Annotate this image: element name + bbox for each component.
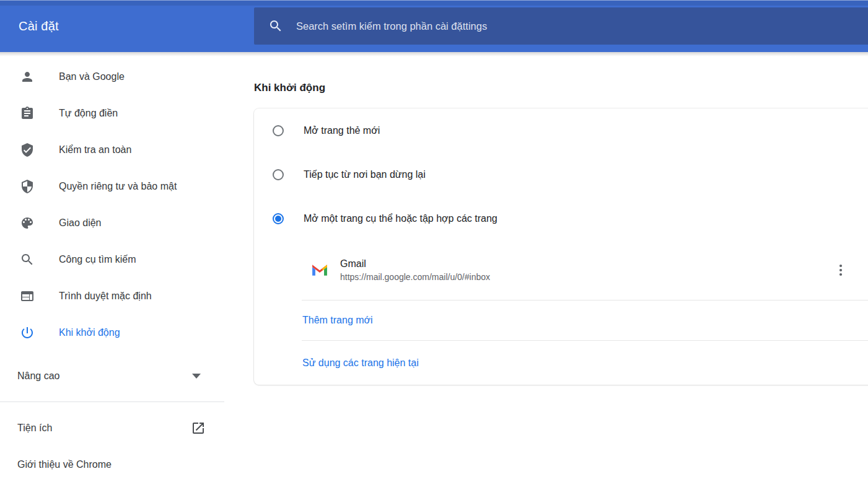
radio-button-unselected[interactable] xyxy=(273,125,284,136)
open-in-new-icon xyxy=(191,421,206,436)
option-open-specific-pages[interactable]: Mở một trang cụ thể hoặc tập hợp các tra… xyxy=(254,196,868,240)
radio-option-label: Tiếp tục từ nơi bạn dừng lại xyxy=(304,169,426,180)
extensions-label: Tiện ích xyxy=(17,423,52,434)
option-continue-where-left-off[interactable]: Tiếp tục từ nơi bạn dừng lại xyxy=(254,152,868,196)
page-more-actions-button[interactable] xyxy=(828,258,853,283)
sidebar-item-autofill[interactable]: Tự động điền xyxy=(0,95,254,131)
settings-sidebar: Bạn và Google Tự động điền Kiểm tra an t… xyxy=(0,52,254,487)
sidebar-item-default-browser[interactable]: Trình duyệt mặc định xyxy=(0,278,254,314)
sidebar-item-you-and-google[interactable]: Bạn và Google xyxy=(0,58,254,95)
privacy-shield-icon xyxy=(20,179,35,194)
sidebar-item-label: Tự động điền xyxy=(59,108,118,119)
startup-page-url: https://mail.google.com/mail/u/0/#inbox xyxy=(340,272,490,282)
power-icon xyxy=(20,325,35,340)
settings-main-panel: Khi khởi động Mở trang thẻ mới Tiếp tục … xyxy=(254,52,868,487)
radio-button-selected[interactable] xyxy=(273,213,284,224)
sidebar-item-about-chrome[interactable]: Giới thiệu về Chrome xyxy=(0,446,224,483)
add-new-page-row[interactable]: Thêm trang mới xyxy=(254,301,868,340)
header-toolbar: Cài đặt xyxy=(0,0,868,52)
section-title: Khi khởi động xyxy=(254,82,868,94)
palette-icon xyxy=(20,216,35,230)
person-icon xyxy=(20,69,35,84)
page-title: Cài đặt xyxy=(19,0,59,52)
settings-search-box[interactable] xyxy=(254,7,868,45)
sidebar-item-label: Khi khởi động xyxy=(59,327,120,338)
sidebar-item-safety-check[interactable]: Kiểm tra an toàn xyxy=(0,131,254,168)
sidebar-item-on-startup[interactable]: Khi khởi động xyxy=(0,314,254,351)
kebab-menu-icon xyxy=(833,263,848,278)
sidebar-item-privacy[interactable]: Quyền riêng tư và bảo mật xyxy=(0,168,254,204)
radio-button-unselected[interactable] xyxy=(273,169,284,180)
startup-page-row: Gmail https://mail.google.com/mail/u/0/#… xyxy=(254,240,868,300)
search-engine-icon xyxy=(20,252,35,267)
settings-search-input[interactable] xyxy=(296,20,868,32)
about-chrome-label: Giới thiệu về Chrome xyxy=(17,459,112,470)
sidebar-item-extensions[interactable]: Tiện ích xyxy=(0,410,224,446)
default-browser-icon xyxy=(20,289,35,304)
sidebar-divider xyxy=(0,401,224,402)
sidebar-item-label: Bạn và Google xyxy=(59,71,125,82)
search-icon xyxy=(268,19,283,33)
sidebar-item-label: Kiểm tra an toàn xyxy=(59,144,131,156)
autofill-icon xyxy=(20,106,35,121)
gmail-favicon xyxy=(312,264,328,276)
startup-page-info: Gmail https://mail.google.com/mail/u/0/#… xyxy=(340,258,490,282)
sidebar-item-label: Công cụ tìm kiếm xyxy=(59,254,136,265)
safety-check-icon xyxy=(20,143,35,157)
sidebar-item-label: Quyền riêng tư và bảo mật xyxy=(59,181,177,192)
radio-option-label: Mở một trang cụ thể hoặc tập hợp các tra… xyxy=(304,213,498,224)
sidebar-item-search-engine[interactable]: Công cụ tìm kiếm xyxy=(0,241,254,278)
sidebar-advanced-toggle[interactable]: Nâng cao xyxy=(0,358,224,394)
sidebar-item-label: Giao diện xyxy=(59,217,102,229)
add-new-page-link[interactable]: Thêm trang mới xyxy=(302,315,373,326)
chevron-down-icon xyxy=(192,374,201,379)
on-startup-card: Mở trang thẻ mới Tiếp tục từ nơi bạn dừn… xyxy=(254,108,868,385)
use-current-pages-row[interactable]: Sử dụng các trang hiện tại xyxy=(254,341,868,385)
option-open-new-tab[interactable]: Mở trang thẻ mới xyxy=(254,108,868,152)
advanced-label: Nâng cao xyxy=(17,371,60,382)
startup-page-title: Gmail xyxy=(340,258,490,270)
sidebar-item-appearance[interactable]: Giao diện xyxy=(0,204,254,241)
use-current-pages-link[interactable]: Sử dụng các trang hiện tại xyxy=(302,358,419,369)
radio-option-label: Mở trang thẻ mới xyxy=(304,125,380,136)
sidebar-item-label: Trình duyệt mặc định xyxy=(59,291,152,302)
